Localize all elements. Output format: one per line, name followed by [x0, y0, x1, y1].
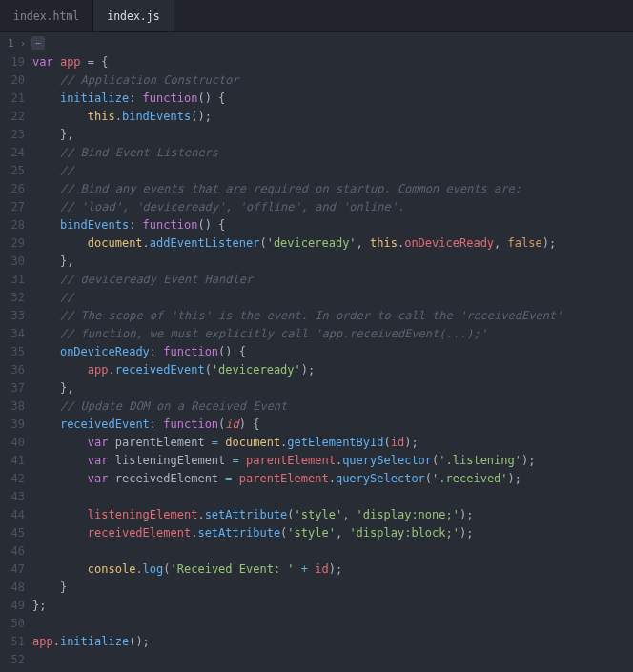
code-line	[32, 542, 633, 560]
code-line: var app = {	[32, 53, 633, 71]
line-number: 25	[0, 162, 25, 180]
line-number: 40	[0, 434, 25, 452]
line-number: 21	[0, 90, 25, 108]
line-number: 46	[0, 542, 25, 560]
line-number: 31	[0, 271, 25, 289]
code-line	[32, 615, 633, 633]
code-line: console.log('Received Event: ' + id);	[32, 560, 633, 579]
code-line: initialize: function() {	[32, 90, 633, 108]
line-number: 24	[0, 144, 25, 162]
line-number: 19	[0, 53, 25, 71]
code-line: },	[32, 253, 633, 271]
line-number: 28	[0, 216, 25, 234]
code-line: // Update DOM on a Received Event	[32, 397, 633, 416]
line-number: 49	[0, 597, 25, 615]
code-line: // Bind Event Listeners	[32, 144, 633, 162]
line-number: 45	[0, 524, 25, 542]
code-line: }	[32, 579, 633, 597]
line-number: 30	[0, 253, 25, 271]
line-number: 26	[0, 180, 25, 198]
breadcrumb-number: 1	[8, 37, 14, 50]
breadcrumb-symbol[interactable]: ⋯	[31, 36, 45, 50]
line-number: 50	[0, 615, 25, 633]
code-line: onDeviceReady: function() {	[32, 343, 633, 361]
code-line: var receivedElement = parentElement.quer…	[32, 470, 633, 488]
code-line: },	[32, 126, 633, 144]
line-number: 23	[0, 126, 25, 144]
chevron-right-icon: ›	[20, 37, 27, 50]
code-line: //	[32, 289, 633, 307]
line-number: 35	[0, 343, 25, 361]
line-number: 41	[0, 452, 25, 470]
code-line: var parentElement = document.getElementB…	[32, 434, 633, 452]
code-editor[interactable]: 1920212223242526272829303132333435363738…	[0, 53, 633, 672]
code-line: // function, we must explicitly call 'ap…	[32, 325, 633, 343]
code-line: var listeningElement = parentElement.que…	[32, 452, 633, 470]
code-line: app.receivedEvent('deviceready');	[32, 361, 633, 379]
code-line: },	[32, 379, 633, 397]
line-number: 38	[0, 397, 25, 416]
code-line: };	[32, 597, 633, 615]
code-line: // The scope of 'this' is the event. In …	[32, 307, 633, 325]
breadcrumb: 1 › ⋯	[0, 32, 633, 53]
code-line: bindEvents: function() {	[32, 216, 633, 234]
code-line: app.initialize();	[32, 633, 633, 651]
code-line: // deviceready Event Handler	[32, 271, 633, 289]
code-line: listeningElement.setAttribute('style', '…	[32, 506, 633, 524]
code-line: receivedElement.setAttribute('style', 'd…	[32, 524, 633, 542]
code-line: // Bind any events that are required on …	[32, 180, 633, 198]
line-number: 43	[0, 488, 25, 506]
code-line: document.addEventListener('deviceready',…	[32, 234, 633, 253]
line-number: 36	[0, 361, 25, 379]
code-lines: var app = { // Application Constructor i…	[32, 53, 633, 672]
line-gutter: 1920212223242526272829303132333435363738…	[0, 53, 32, 672]
code-line: //	[32, 162, 633, 180]
tab-index-js[interactable]: index.js	[93, 0, 174, 31]
line-number: 39	[0, 416, 25, 434]
code-line: receivedEvent: function(id) {	[32, 416, 633, 434]
line-number: 44	[0, 506, 25, 524]
line-number: 52	[0, 651, 25, 669]
line-number: 32	[0, 289, 25, 307]
line-number: 37	[0, 379, 25, 397]
line-number: 48	[0, 579, 25, 597]
line-number: 27	[0, 198, 25, 216]
tab-label: index.html	[13, 10, 79, 23]
code-line: // 'load', 'deviceready', 'offline', and…	[32, 198, 633, 216]
code-line: this.bindEvents();	[32, 108, 633, 126]
line-number: 47	[0, 560, 25, 579]
line-number: 22	[0, 108, 25, 126]
line-number: 29	[0, 234, 25, 253]
tab-index-html[interactable]: index.html	[0, 0, 93, 31]
line-number: 42	[0, 470, 25, 488]
line-number: 34	[0, 325, 25, 343]
code-line: // Application Constructor	[32, 71, 633, 90]
code-line	[32, 651, 633, 669]
code-line	[32, 488, 633, 506]
line-number: 20	[0, 71, 25, 90]
line-number: 51	[0, 633, 25, 651]
tab-label: index.js	[107, 10, 159, 23]
line-number: 33	[0, 307, 25, 325]
tab-bar: index.html index.js	[0, 0, 633, 32]
